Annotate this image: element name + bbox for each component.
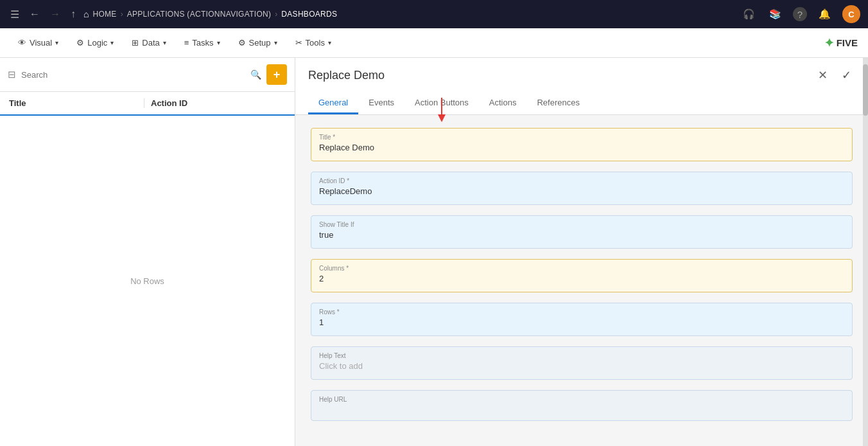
help-icon[interactable]: ?: [793, 7, 807, 21]
tab-actions[interactable]: Actions: [479, 93, 527, 114]
search-input[interactable]: [21, 70, 245, 80]
logo-icon: ✦: [824, 36, 834, 50]
forward-icon[interactable]: →: [48, 6, 63, 22]
action-id-value[interactable]: ReplaceDemo: [319, 186, 844, 196]
main-layout: ⊟ 🔍 + Title Action ID No Rows Replace De…: [0, 58, 868, 446]
show-title-if-label: Show Title If: [319, 221, 844, 228]
action-id-label: Action ID *: [319, 177, 844, 184]
field-help-url: Help URL: [311, 390, 853, 421]
breadcrumb-app[interactable]: APPLICATIONS (ACTIONNAVIGATION): [127, 10, 272, 19]
breadcrumb: ⌂ HOME › APPLICATIONS (ACTIONNAVIGATION)…: [83, 9, 735, 19]
field-title: Title * Replace Demo: [311, 128, 853, 161]
left-panel: ⊟ 🔍 + Title Action ID No Rows: [0, 58, 295, 446]
help-text-label: Help Text: [319, 352, 844, 359]
title-value[interactable]: Replace Demo: [319, 143, 844, 152]
nav-tools[interactable]: ✂ Tools ▾: [288, 34, 339, 51]
field-rows: Rows * 1: [311, 303, 853, 336]
avatar[interactable]: C: [842, 5, 860, 23]
menu-icon[interactable]: ☰: [8, 6, 22, 23]
home-icon: ⌂: [83, 9, 89, 19]
field-action-id: Action ID * ReplaceDemo: [311, 172, 853, 205]
breadcrumb-sep2: ›: [275, 10, 277, 19]
search-magnify-icon: 🔍: [250, 69, 261, 80]
tools-arrow: ▾: [328, 39, 331, 46]
search-bar: ⊟ 🔍 +: [0, 58, 295, 92]
nav-tasks[interactable]: ≡ Tasks ▾: [177, 34, 228, 51]
field-show-title-if: Show Title If true: [311, 215, 853, 249]
breadcrumb-current[interactable]: DASHBOARDS: [281, 10, 337, 19]
visual-icon: 👁: [18, 38, 26, 48]
logo-text: FIVE: [837, 37, 858, 48]
scrollbar-thumb[interactable]: [863, 64, 868, 116]
panel-title-row: Replace Demo ✕ ✓: [308, 67, 855, 84]
panel-header: Replace Demo ✕ ✓ General Events Action B…: [295, 58, 868, 115]
breadcrumb-home[interactable]: HOME: [92, 10, 116, 19]
bell-icon[interactable]: 🔔: [816, 6, 833, 22]
table-header: Title Action ID: [0, 92, 295, 116]
nav-data[interactable]: ⊞ Data ▾: [124, 34, 173, 51]
form-area: Title * Replace Demo Action ID * Replace…: [295, 115, 868, 446]
logic-arrow: ▾: [110, 39, 114, 46]
scrollbar[interactable]: [863, 58, 868, 446]
setup-arrow: ▾: [274, 39, 277, 46]
arrow-annotation: [432, 98, 451, 123]
add-button[interactable]: +: [266, 64, 287, 85]
columns-value[interactable]: 2: [319, 274, 844, 283]
field-help-text: Help Text Click to add: [311, 346, 853, 380]
field-columns: Columns * 2: [311, 259, 853, 292]
books-icon[interactable]: 📚: [767, 6, 784, 22]
five-logo: ✦ FIVE: [824, 36, 858, 50]
tab-references[interactable]: References: [526, 93, 589, 114]
tab-general[interactable]: General: [308, 93, 358, 114]
help-text-value[interactable]: Click to add: [319, 361, 844, 371]
top-bar-actions: 🎧 📚 ? 🔔 C: [740, 5, 860, 23]
headset-icon[interactable]: 🎧: [740, 6, 758, 22]
tasks-icon: ≡: [184, 38, 189, 48]
col-action-id-header: Action ID: [144, 98, 286, 108]
tabs: General Events Action Buttons Actions: [308, 93, 855, 114]
visual-arrow: ▾: [55, 39, 58, 46]
rows-value[interactable]: 1: [319, 317, 844, 327]
back-icon[interactable]: ←: [27, 6, 42, 22]
table-empty-message: No Rows: [0, 116, 295, 446]
close-button[interactable]: ✕: [814, 67, 831, 84]
panel-title: Replace Demo: [308, 69, 385, 82]
secondary-nav: 👁 Visual ▾ ⚙ Logic ▾ ⊞ Data ▾ ≡ Tasks ▾ …: [0, 28, 868, 58]
help-url-label: Help URL: [319, 396, 844, 403]
up-icon[interactable]: ↑: [68, 6, 78, 22]
rows-label: Rows *: [319, 308, 844, 316]
nav-setup[interactable]: ⚙ Setup ▾: [230, 34, 285, 51]
title-label: Title *: [319, 134, 844, 141]
title-field-wrapper: Title * Replace Demo: [311, 128, 853, 161]
tab-events[interactable]: Events: [358, 93, 404, 114]
confirm-button[interactable]: ✓: [838, 67, 855, 84]
columns-label: Columns *: [319, 265, 844, 272]
nav-logic[interactable]: ⚙ Logic ▾: [69, 34, 121, 51]
tab-action-buttons[interactable]: Action Buttons: [404, 93, 479, 114]
right-panel: Replace Demo ✕ ✓ General Events Action B…: [295, 58, 868, 446]
panel-header-actions: ✕ ✓: [814, 67, 855, 84]
data-arrow: ▾: [163, 39, 166, 46]
tasks-arrow: ▾: [217, 39, 220, 46]
top-bar: ☰ ← → ↑ ⌂ HOME › APPLICATIONS (ACTIONNAV…: [0, 0, 868, 28]
breadcrumb-sep1: ›: [121, 10, 123, 19]
filter-icon: ⊟: [8, 69, 16, 80]
tools-icon: ✂: [295, 38, 302, 48]
setup-icon: ⚙: [238, 38, 246, 48]
nav-visual[interactable]: 👁 Visual ▾: [10, 34, 66, 51]
col-title-header: Title: [9, 98, 144, 108]
show-title-if-value[interactable]: true: [319, 230, 844, 240]
logic-icon: ⚙: [76, 38, 84, 48]
data-icon: ⊞: [132, 38, 139, 48]
